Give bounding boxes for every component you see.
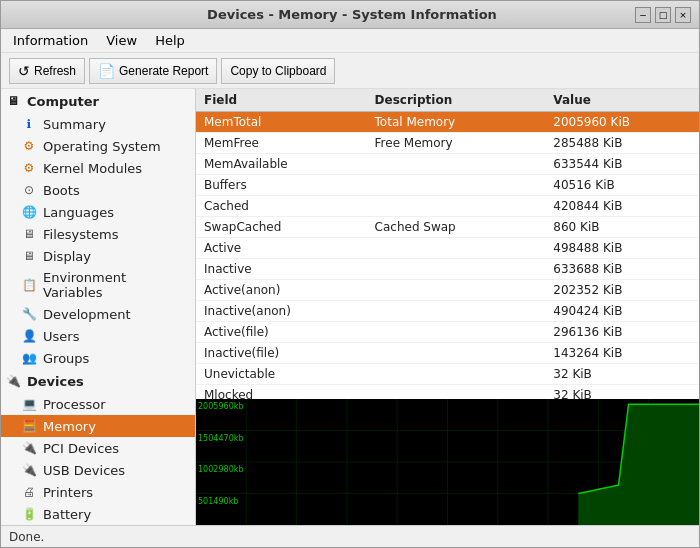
table-row[interactable]: SwapCachedCached Swap860 KiB	[196, 217, 699, 238]
cell-field: Cached	[196, 196, 367, 217]
col-description: Description	[367, 89, 546, 112]
dev-icon: 🔧	[21, 306, 37, 322]
filesystems-icon: 🖥	[21, 226, 37, 242]
sidebar-label-dev: Development	[43, 307, 131, 322]
sidebar-label-pci: PCI Devices	[43, 441, 119, 456]
sidebar-item-display[interactable]: 🖥 Display	[1, 245, 195, 267]
table-row[interactable]: Inactive633688 KiB	[196, 259, 699, 280]
summary-icon: ℹ	[21, 116, 37, 132]
sidebar-item-memory[interactable]: 🧮 Memory	[1, 415, 195, 437]
sidebar-label-languages: Languages	[43, 205, 114, 220]
minimize-button[interactable]: −	[635, 7, 651, 23]
table-row[interactable]: Unevictable32 KiB	[196, 364, 699, 385]
cell-field: Inactive(anon)	[196, 301, 367, 322]
env-icon: 📋	[21, 277, 37, 293]
table-row[interactable]: Cached420844 KiB	[196, 196, 699, 217]
sidebar-label-display: Display	[43, 249, 91, 264]
cell-description	[367, 364, 546, 385]
generate-report-button[interactable]: 📄 Generate Report	[89, 58, 217, 84]
table-row[interactable]: Active498488 KiB	[196, 238, 699, 259]
sidebar-item-groups[interactable]: 👥 Groups	[1, 347, 195, 369]
menu-view[interactable]: View	[98, 31, 145, 50]
cell-description	[367, 301, 546, 322]
sidebar-label-printers: Printers	[43, 485, 93, 500]
menu-information[interactable]: Information	[5, 31, 96, 50]
printers-icon: 🖨	[21, 484, 37, 500]
sidebar-label-processor: Processor	[43, 397, 106, 412]
pci-icon: 🔌	[21, 440, 37, 456]
sidebar-item-languages[interactable]: 🌐 Languages	[1, 201, 195, 223]
cell-value: 633544 KiB	[545, 154, 699, 175]
copy-clipboard-button[interactable]: Copy to Clipboard	[221, 58, 335, 84]
table-row[interactable]: Active(file)296136 KiB	[196, 322, 699, 343]
table-row[interactable]: MemTotalTotal Memory2005960 KiB	[196, 112, 699, 133]
table-row[interactable]: Mlocked32 KiB	[196, 385, 699, 400]
sidebar-item-boots[interactable]: ⊙ Boots	[1, 179, 195, 201]
sidebar-item-operating-system[interactable]: ⚙ Operating System	[1, 135, 195, 157]
maximize-button[interactable]: □	[655, 7, 671, 23]
data-table-container[interactable]: Field Description Value MemTotalTotal Me…	[196, 89, 699, 399]
svg-text:1504470kb: 1504470kb	[198, 433, 244, 443]
table-row[interactable]: Inactive(anon)490424 KiB	[196, 301, 699, 322]
cell-value: 633688 KiB	[545, 259, 699, 280]
report-icon: 📄	[98, 63, 115, 79]
refresh-button[interactable]: ↺ Refresh	[9, 58, 85, 84]
sidebar-label-groups: Groups	[43, 351, 89, 366]
os-icon: ⚙	[21, 138, 37, 154]
table-row[interactable]: MemAvailable633544 KiB	[196, 154, 699, 175]
content-area: Field Description Value MemTotalTotal Me…	[196, 89, 699, 525]
cell-description: Cached Swap	[367, 217, 546, 238]
sidebar-item-filesystems[interactable]: 🖥 Filesystems	[1, 223, 195, 245]
memory-icon: 🧮	[21, 418, 37, 434]
toolbar: ↺ Refresh 📄 Generate Report Copy to Clip…	[1, 53, 699, 89]
cell-field: Inactive	[196, 259, 367, 280]
sidebar-computer-section: 🖥 Computer	[1, 89, 195, 113]
close-button[interactable]: ×	[675, 7, 691, 23]
memory-chart: 2005960kb 1504470kb 1002980kb 501490kb	[196, 399, 699, 525]
sidebar-item-battery[interactable]: 🔋 Battery	[1, 503, 195, 525]
table-row[interactable]: Active(anon)202352 KiB	[196, 280, 699, 301]
sidebar-label-filesystems: Filesystems	[43, 227, 119, 242]
cell-description: Free Memory	[367, 133, 546, 154]
users-icon: 👤	[21, 328, 37, 344]
sidebar-item-pci-devices[interactable]: 🔌 PCI Devices	[1, 437, 195, 459]
cell-description	[367, 238, 546, 259]
cell-value: 32 KiB	[545, 364, 699, 385]
sidebar-item-users[interactable]: 👤 Users	[1, 325, 195, 347]
sidebar-devices-section: 🔌 Devices	[1, 369, 195, 393]
cell-description	[367, 259, 546, 280]
sidebar-item-printers[interactable]: 🖨 Printers	[1, 481, 195, 503]
sidebar-label-os: Operating System	[43, 139, 161, 154]
refresh-icon: ↺	[18, 63, 30, 79]
cell-field: SwapCached	[196, 217, 367, 238]
window-title: Devices - Memory - System Information	[69, 7, 635, 22]
sidebar-item-env-vars[interactable]: 📋 Environment Variables	[1, 267, 195, 303]
sidebar-label-battery: Battery	[43, 507, 91, 522]
col-value: Value	[545, 89, 699, 112]
cell-value: 285488 KiB	[545, 133, 699, 154]
cell-field: Inactive(file)	[196, 343, 367, 364]
cell-value: 2005960 KiB	[545, 112, 699, 133]
cell-description	[367, 154, 546, 175]
cell-value: 32 KiB	[545, 385, 699, 400]
sidebar-label-users: Users	[43, 329, 79, 344]
svg-text:2005960kb: 2005960kb	[198, 401, 244, 411]
sidebar-item-summary[interactable]: ℹ Summary	[1, 113, 195, 135]
menubar: Information View Help	[1, 29, 699, 53]
sidebar-item-processor[interactable]: 💻 Processor	[1, 393, 195, 415]
cell-value: 296136 KiB	[545, 322, 699, 343]
table-row[interactable]: MemFreeFree Memory285488 KiB	[196, 133, 699, 154]
cell-description: Total Memory	[367, 112, 546, 133]
cell-value: 860 KiB	[545, 217, 699, 238]
table-row[interactable]: Inactive(file)143264 KiB	[196, 343, 699, 364]
sidebar-item-kernel-modules[interactable]: ⚙ Kernel Modules	[1, 157, 195, 179]
cell-value: 40516 KiB	[545, 175, 699, 196]
statusbar: Done.	[1, 525, 699, 547]
sidebar-item-usb-devices[interactable]: 🔌 USB Devices	[1, 459, 195, 481]
cell-field: Mlocked	[196, 385, 367, 400]
menu-help[interactable]: Help	[147, 31, 193, 50]
cell-description	[367, 175, 546, 196]
table-row[interactable]: Buffers40516 KiB	[196, 175, 699, 196]
cell-field: MemAvailable	[196, 154, 367, 175]
sidebar-item-development[interactable]: 🔧 Development	[1, 303, 195, 325]
